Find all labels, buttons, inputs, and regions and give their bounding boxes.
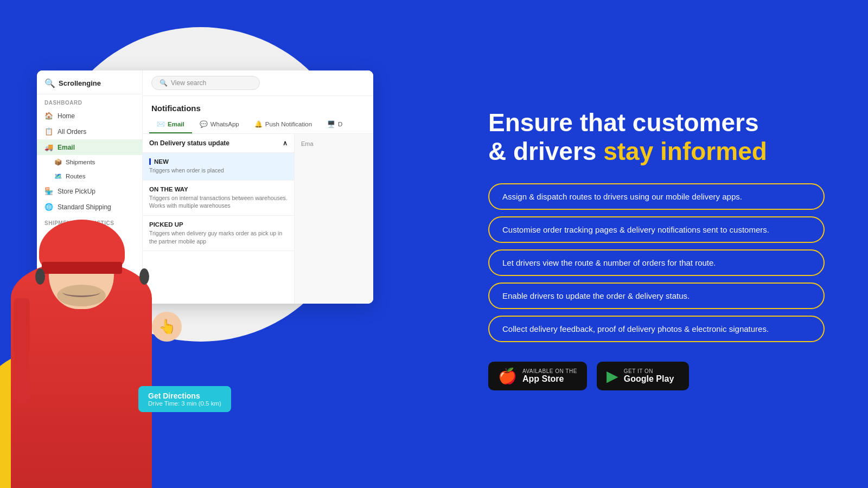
- apple-icon: 🍎: [498, 367, 517, 385]
- sidebar-item-local-delivery[interactable]: 🚚 Email: [37, 139, 142, 155]
- tab-d-label: D: [338, 121, 342, 127]
- sidebar-label-shipments: Shipments: [66, 159, 95, 165]
- feature-item-2: Customise order tracking pages & deliver…: [488, 216, 825, 243]
- notif-item-new[interactable]: NEW Triggers when order is placed: [143, 153, 294, 181]
- sidebar-item-standard-shipping[interactable]: 🌐 Standard Shipping: [37, 199, 142, 215]
- email-tab-icon: ✉️: [157, 120, 165, 128]
- collapse-icon[interactable]: ∧: [283, 139, 288, 147]
- play-icon: ▶: [607, 367, 618, 385]
- app-store-button[interactable]: 🍎 Available on the App Store: [488, 362, 587, 390]
- headline-line2: & drivers: [488, 137, 603, 165]
- sidebar-item-all-orders[interactable]: 📋 All Orders: [37, 124, 142, 139]
- search-placeholder: View search: [171, 79, 206, 87]
- headline-highlight: stay informed: [603, 137, 767, 165]
- feature-item-5: Collect delivery feedback, proof of deli…: [488, 316, 825, 342]
- notif-desc-new: Triggers when order is placed: [149, 166, 288, 175]
- backpack-strap: [14, 298, 30, 407]
- store-buttons: 🍎 Available on the App Store ▶ GET IT ON…: [488, 362, 825, 390]
- preview-label: Ema: [301, 140, 314, 147]
- notif-preview-panel: Ema: [295, 134, 373, 304]
- google-play-button[interactable]: ▶ GET IT ON Google Play: [597, 362, 689, 390]
- topbar: 🔍 View search: [143, 70, 373, 96]
- notif-desc-on-way: Triggers on internal transactions betwee…: [149, 194, 288, 210]
- feature-list: Assign & dispatch routes to drivers usin…: [488, 183, 825, 342]
- logo-icon: 🔍: [44, 78, 55, 88]
- whatsapp-tab-icon: 💬: [200, 120, 208, 128]
- shipping-icon: 🌐: [44, 203, 53, 211]
- routes-icon: 🗺️: [54, 172, 62, 180]
- sidebar-section-dashboard: Dashboard: [37, 94, 142, 108]
- person-helmet: [39, 220, 125, 274]
- notif-section-header: On Delivery status update ∧: [143, 134, 294, 153]
- get-directions-subtitle: Drive Time: 3 min (0.5 km): [148, 400, 221, 407]
- tab-email-label: Email: [168, 121, 184, 127]
- sidebar-item-store-pickup[interactable]: 🏪 Store PickUp: [37, 183, 142, 199]
- left-earmuff: [35, 268, 45, 285]
- headline: Ensure that customers & drivers stay inf…: [488, 108, 825, 166]
- get-directions-title: Get Directions: [148, 391, 221, 400]
- get-directions-badge: Get Directions Drive Time: 3 min (0.5 km…: [138, 386, 231, 412]
- feature-item-4: Enable drivers to update the order & del…: [488, 282, 825, 309]
- sidebar-label-standard-shipping: Standard Shipping: [58, 203, 111, 211]
- sidebar-item-shipments[interactable]: 📦 Shipments: [37, 155, 142, 169]
- sidebar-item-routes[interactable]: 🗺️ Routes: [37, 169, 142, 183]
- feature-item-1: Assign & dispatch routes to drivers usin…: [488, 183, 825, 210]
- helmet-brim: [42, 262, 122, 274]
- google-play-name: Google Play: [624, 374, 674, 384]
- google-play-text: GET IT ON Google Play: [624, 368, 674, 384]
- shipments-icon: 📦: [54, 158, 62, 166]
- google-play-sub: GET IT ON: [624, 368, 674, 374]
- tab-push[interactable]: 🔔 Push Notification: [247, 116, 320, 133]
- tab-email[interactable]: ✉️ Email: [149, 116, 192, 133]
- feature-item-3: Let drivers view the route & number of o…: [488, 249, 825, 276]
- app-store-sub: Available on the: [522, 368, 577, 374]
- person-smile: [62, 287, 100, 297]
- right-earmuff: [139, 268, 149, 285]
- sidebar-item-home[interactable]: 🏠 Home: [37, 108, 142, 124]
- tab-d[interactable]: 🖥️ D: [320, 116, 350, 133]
- push-tab-icon: 🔔: [254, 120, 263, 128]
- headline-line1: Ensure that customers: [488, 108, 758, 137]
- tab-push-label: Push Notification: [265, 121, 312, 127]
- notif-title-on-way: ON THE WAY: [149, 186, 288, 192]
- sidebar-label-all-orders: All Orders: [58, 128, 86, 136]
- sidebar-logo: 🔍 Scrollengine: [37, 70, 142, 94]
- search-icon: 🔍: [159, 79, 168, 87]
- notif-title-new: NEW: [149, 158, 288, 165]
- sidebar-label-home: Home: [58, 112, 75, 120]
- sidebar-label-local-delivery: Email: [58, 144, 75, 151]
- app-store-text: Available on the App Store: [522, 368, 577, 384]
- notifications-title: Notifications: [143, 96, 373, 116]
- d-tab-icon: 🖥️: [327, 120, 335, 128]
- tab-whatsapp-label: WhatsApp: [210, 121, 239, 127]
- tab-whatsapp[interactable]: 💬 WhatsApp: [192, 116, 247, 133]
- notifications-tabs: ✉️ Email 💬 WhatsApp 🔔 Push Notification …: [143, 116, 373, 134]
- notif-item-on-way[interactable]: ON THE WAY Triggers on internal transact…: [143, 181, 294, 216]
- logo-text: Scrollengine: [59, 79, 101, 87]
- orders-icon: 📋: [44, 127, 53, 136]
- pointing-hand: 👆: [152, 312, 182, 342]
- sidebar-label-store-pickup: Store PickUp: [58, 188, 95, 195]
- home-icon: 🏠: [44, 112, 53, 120]
- delivery-person-illustration: 👆: [0, 217, 195, 488]
- app-store-name: App Store: [522, 374, 577, 384]
- store-icon: 🏪: [44, 187, 53, 195]
- delivery-icon: 🚚: [44, 143, 53, 151]
- sidebar-label-routes: Routes: [66, 173, 85, 179]
- search-bar[interactable]: 🔍 View search: [151, 76, 260, 90]
- right-panel: Ensure that customers & drivers stay inf…: [456, 0, 868, 488]
- section-title: On Delivery status update: [149, 139, 229, 147]
